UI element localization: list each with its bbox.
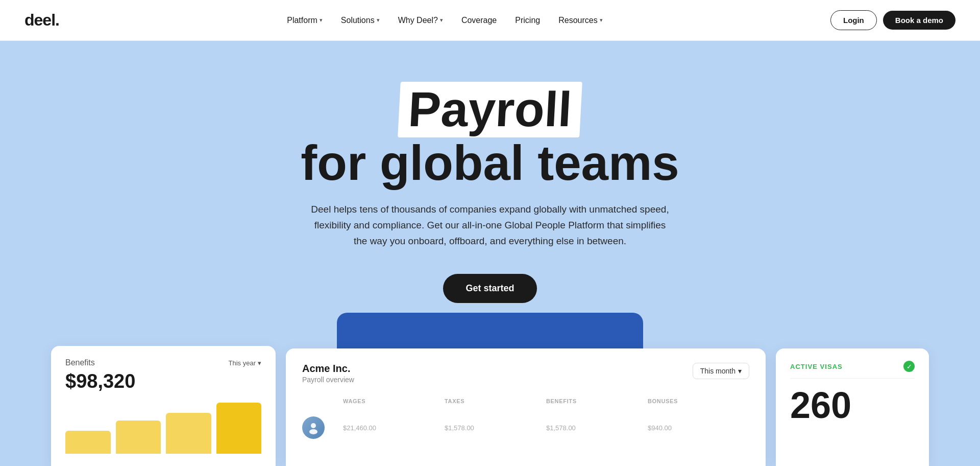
nav-item-coverage[interactable]: Coverage (454, 12, 504, 29)
hero-title-line2: for global teams (301, 137, 679, 189)
payroll-col-benefits: BENEFITS (546, 398, 648, 404)
navbar: deel. Platform ▾ Solutions ▾ Why Deel? ▾… (0, 0, 980, 41)
payroll-col-taxes: TAXES (445, 398, 546, 404)
logo[interactable]: deel. (24, 11, 59, 30)
avatar-image (302, 416, 325, 439)
payroll-col-wages: WAGES (343, 398, 445, 404)
chevron-down-icon: ▾ (738, 367, 742, 375)
payroll-benefits-value: $1,578.00 (546, 423, 648, 432)
payroll-company-name: Acme Inc. (302, 363, 354, 375)
bar-2 (116, 421, 161, 454)
nav-item-solutions[interactable]: Solutions ▾ (334, 12, 387, 29)
chevron-down-icon: ▾ (377, 17, 380, 24)
hero-section: Payroll for global teams Deel helps tens… (0, 41, 980, 466)
hero-title: Payroll for global teams (301, 82, 679, 189)
get-started-button[interactable]: Get started (443, 274, 536, 303)
login-button[interactable]: Login (830, 10, 877, 30)
payroll-wages-value: $21,460.00 (343, 423, 445, 432)
payroll-row-avatar-cell (302, 416, 343, 439)
payroll-company-info: Acme Inc. Payroll overview (302, 363, 354, 384)
benefits-label: Benefits (65, 358, 95, 367)
nav-item-platform[interactable]: Platform ▾ (280, 12, 330, 29)
avatar (302, 416, 325, 439)
payroll-card-header: Acme Inc. Payroll overview This month ▾ (302, 363, 749, 384)
payroll-card-subtitle: Payroll overview (302, 376, 354, 384)
hero-subtitle: Deel helps tens of thousands of companie… (306, 201, 674, 249)
bar-1 (65, 431, 111, 454)
book-demo-button[interactable]: Book a demo (883, 11, 955, 30)
payroll-column-headers: WAGES TAXES BENEFITS BONUSES (302, 398, 749, 404)
bar-4 (216, 403, 262, 454)
nav-item-pricing[interactable]: Pricing (508, 12, 547, 29)
benefits-amount: $98,320 (65, 370, 261, 392)
nav-item-resources[interactable]: Resources ▾ (551, 12, 609, 29)
nav-item-whydeel[interactable]: Why Deel? ▾ (391, 12, 450, 29)
benefits-card: Benefits This year ▾ $98,320 (51, 346, 276, 466)
payroll-col-avatar (302, 398, 343, 404)
visa-card-header: ACTIVE VISAS ✓ (790, 361, 915, 372)
nav-right: Login Book a demo (830, 10, 955, 30)
svg-point-0 (311, 423, 316, 428)
chevron-down-icon: ▾ (320, 17, 323, 24)
visa-number: 260 (790, 387, 915, 424)
chevron-down-icon: ▾ (440, 17, 443, 24)
payroll-table-row: $21,460.00 $1,578.00 $1,578.00 $940.00 (302, 412, 749, 439)
benefits-bar-chart (65, 403, 261, 454)
hero-title-line1: Payroll (398, 82, 582, 137)
payroll-row-data: $21,460.00 $1,578.00 $1,578.00 $940.00 (343, 423, 749, 432)
visa-divider (790, 378, 915, 379)
payroll-bonuses-value: $940.00 (648, 423, 749, 432)
cards-row: Benefits This year ▾ $98,320 Acme Inc. P… (0, 346, 980, 466)
svg-point-1 (309, 429, 317, 434)
payroll-taxes-value: $1,578.00 (445, 423, 546, 432)
visa-check-icon: ✓ (903, 361, 915, 372)
bar-3 (166, 413, 211, 454)
payroll-card: Acme Inc. Payroll overview This month ▾ … (286, 348, 766, 466)
visa-card: ACTIVE VISAS ✓ 260 (776, 348, 929, 466)
benefits-filter[interactable]: This year ▾ (229, 359, 261, 367)
benefits-card-header: Benefits This year ▾ (65, 358, 261, 367)
payroll-col-bonuses: BONUSES (648, 398, 749, 404)
visa-label: ACTIVE VISAS (790, 363, 843, 370)
payroll-filter-badge[interactable]: This month ▾ (693, 363, 749, 379)
chevron-down-icon: ▾ (600, 17, 603, 24)
nav-center: Platform ▾ Solutions ▾ Why Deel? ▾ Cover… (280, 12, 609, 29)
chevron-down-icon: ▾ (258, 359, 261, 367)
